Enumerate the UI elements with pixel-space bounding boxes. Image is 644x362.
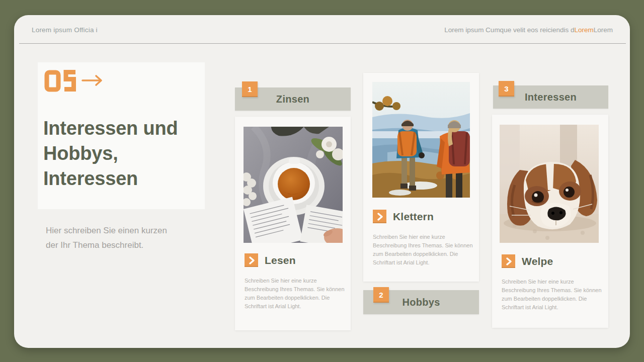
number-badge-3: 3 — [499, 81, 514, 97]
hikers-mountain-view-photo[interactable] — [372, 82, 470, 198]
puppy-dog-photo[interactable] — [500, 125, 599, 243]
section-number-graphic — [43, 68, 109, 94]
header-right-text[interactable]: Lorem ipsum Cumque velit eos reiciendis … — [444, 26, 613, 34]
item-title[interactable]: Welpe — [522, 255, 553, 267]
number-badge-1: 1 — [242, 81, 258, 97]
header-right-gray: Lorem ipsum Cumque velit eos reiciendis … — [444, 26, 574, 34]
page-subtitle[interactable]: Hier schreiben Sie einen kurzen der Ihr … — [46, 223, 174, 252]
number-badge-2: 2 — [373, 287, 389, 303]
chevron-right-icon — [373, 210, 386, 223]
item-row-welpe: Welpe — [502, 254, 553, 268]
chevron-right-icon — [245, 253, 258, 267]
item-title[interactable]: Lesen — [265, 254, 296, 266]
header-right-gray-2: Lorem — [594, 26, 613, 34]
item-row-lesen: Lesen — [245, 253, 296, 267]
section-number: 05 — [43, 68, 109, 94]
card-lesen: Lesen Schreiben Sie hier eine kurze Besc… — [235, 117, 351, 330]
card-klettern: Klettern Schreiben Sie hier eine kurze B… — [363, 73, 479, 282]
item-description[interactable]: Schreiben Sie hier eine kurze Beschreibu… — [245, 277, 345, 311]
item-description[interactable]: Schreiben Sie hier eine kurze Beschreibu… — [502, 278, 602, 312]
presentation-slide: Lorem ipsum Officia i Lorem ipsum Cumque… — [14, 15, 630, 348]
card-welpe: Welpe Schreiben Sie hier eine kurze Besc… — [492, 115, 608, 328]
page-title[interactable]: Interessen und Hobbys, Interessen — [43, 116, 197, 191]
right-arrow-icon — [83, 76, 101, 85]
header-right-orange: Lorem — [574, 26, 593, 34]
item-row-klettern: Klettern — [373, 210, 434, 223]
header-left-text[interactable]: Lorem ipsum Officia i — [32, 26, 98, 34]
item-title[interactable]: Klettern — [393, 211, 434, 223]
coffee-tea-and-open-book-photo[interactable] — [244, 127, 343, 243]
chevron-right-icon — [502, 254, 515, 268]
header-divider — [19, 43, 626, 44]
item-description[interactable]: Schreiben Sie hier eine kurze Beschreibu… — [373, 233, 473, 267]
